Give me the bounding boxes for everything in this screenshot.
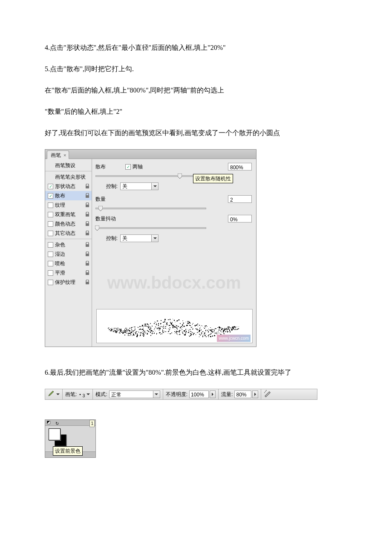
brush-size-preview[interactable]: • (79, 391, 81, 398)
scatter-input[interactable]: 800% (228, 163, 252, 171)
scatter-label: 散布 (95, 163, 125, 171)
checkbox-icon[interactable] (48, 231, 53, 236)
lock-icon[interactable] (85, 211, 90, 217)
sidebar-item-scatter[interactable]: ✓ 散布 (45, 191, 92, 200)
tab-brush[interactable]: 画笔 × (47, 150, 69, 159)
brush-size-value: 3 (83, 393, 85, 399)
sidebar-item-label: 颜色动态 (55, 220, 75, 228)
flow-input[interactable]: 80% (234, 390, 251, 398)
sidebar-item-preset[interactable]: 画笔预设 (45, 161, 92, 170)
sidebar-item-label: 杂色 (55, 241, 65, 249)
airbrush-icon[interactable] (264, 390, 271, 399)
both-axes-label: 两轴 (133, 163, 143, 171)
lock-icon[interactable] (85, 230, 90, 235)
jitter-input[interactable]: 0% (228, 215, 252, 223)
color-swatch-panel: ↻ 1 设置前景色 (45, 419, 96, 458)
sidebar-item-protect-texture[interactable]: 保护纹理 (45, 278, 92, 287)
lock-icon[interactable] (85, 260, 90, 266)
sidebar-item-noise[interactable]: 杂色 (45, 240, 92, 249)
brush-panel: 画笔 × 画笔预设 画笔笔尖形状 ✓ 形状动态 ✓ 散布 (45, 149, 257, 347)
jitter-control-dropdown[interactable]: 关 (120, 234, 159, 242)
foreground-color-swatch[interactable] (49, 428, 61, 440)
chevron-down-icon[interactable] (86, 393, 90, 397)
opacity-label: 不透明度: (166, 390, 187, 398)
mode-dropdown[interactable]: 正常 (109, 390, 160, 398)
control-label: 控制: (95, 234, 118, 242)
paragraph: 4.点击"形状动态",然后在"最小直径"后面的输入框,填上"20%" (45, 43, 347, 53)
checkbox-icon[interactable] (48, 212, 53, 217)
chevron-down-icon[interactable] (151, 183, 158, 190)
lock-icon[interactable] (85, 221, 90, 226)
lock-icon[interactable] (85, 202, 90, 207)
sidebar-item-label: 其它动态 (55, 229, 75, 237)
sidebar-item-label: 保护纹理 (55, 278, 75, 286)
chevron-down-icon[interactable] (153, 391, 160, 398)
sidebar-item-label: 双重画笔 (55, 211, 75, 218)
sidebar-item-wet-edges[interactable]: 湿边 (45, 249, 92, 259)
sidebar-item-dual-brush[interactable]: 双重画笔 (45, 210, 92, 219)
lock-icon[interactable] (85, 242, 90, 247)
paragraph: "数量"后的输入框,填上"2" (45, 107, 347, 117)
both-axes-checkbox[interactable]: ✓ (125, 164, 131, 170)
preview-watermark: www.jcwcn.com (217, 335, 251, 342)
checkbox-icon[interactable] (48, 270, 53, 276)
svg-rect-2 (86, 205, 89, 207)
checkbox-icon[interactable] (48, 261, 53, 266)
scatter-slider[interactable]: 设置散布随机性 (95, 175, 206, 177)
lock-icon[interactable] (85, 270, 90, 275)
brush-tool-icon[interactable] (48, 390, 55, 399)
lock-icon[interactable] (85, 193, 90, 198)
svg-rect-7 (86, 254, 89, 256)
checkbox-icon[interactable]: ✓ (48, 184, 53, 189)
sidebar-item-color-dynamics[interactable]: 颜色动态 (45, 219, 92, 228)
checkbox-icon[interactable] (48, 242, 53, 248)
lock-icon[interactable] (85, 279, 90, 284)
checkbox-icon[interactable] (48, 221, 53, 227)
sidebar-item-label: 形状动态 (55, 182, 75, 190)
panel-tabbar: 画笔 × (45, 150, 256, 159)
tab-label: 画笔 (51, 151, 61, 159)
sidebar-item-label: 平滑 (55, 269, 65, 277)
lock-icon[interactable] (85, 251, 90, 256)
paragraph: 在"散布"后面的输入框,填上"800%",同时把"两轴"前的勾选上 (45, 85, 347, 95)
close-icon[interactable]: × (63, 152, 66, 159)
brush-label: 画笔: (65, 390, 77, 398)
sidebar-item-texture[interactable]: 纹理 (45, 200, 92, 210)
slider-thumb-icon[interactable] (95, 225, 99, 230)
lock-icon[interactable] (85, 183, 90, 188)
tooltip: 设置散布随机性 (193, 174, 233, 183)
dropdown-value: 正常 (111, 392, 121, 398)
sidebar-item-tip[interactable]: 画笔笔尖形状 (45, 172, 92, 182)
svg-rect-5 (86, 233, 89, 235)
checkbox-icon[interactable]: ✓ (48, 193, 53, 199)
checkbox-icon[interactable] (48, 280, 53, 285)
sidebar-item-smoothing[interactable]: 平滑 (45, 268, 92, 278)
count-slider[interactable] (95, 208, 206, 209)
paragraph: 5.点击"散布",同时把它打上勾. (45, 64, 347, 74)
slider-thumb-icon[interactable] (98, 205, 103, 211)
jitter-slider[interactable] (95, 227, 206, 229)
opacity-input[interactable]: 100% (189, 390, 209, 398)
default-colors-icon[interactable] (47, 421, 50, 424)
chevron-down-icon[interactable] (151, 235, 158, 242)
control-label: 控制: (95, 182, 118, 190)
count-input[interactable]: 2 (228, 195, 252, 203)
svg-rect-3 (86, 214, 89, 217)
opacity-flyout-button[interactable] (210, 390, 216, 398)
brush-preview: www.jcwcn.com (96, 309, 253, 343)
dropdown-value: 关 (122, 234, 127, 242)
sidebar-item-airbrush[interactable]: 喷枪 (45, 259, 92, 268)
slider-thumb-icon[interactable] (178, 173, 182, 178)
control-dropdown[interactable]: 关 (120, 182, 159, 190)
sidebar-item-shape-dynamics[interactable]: ✓ 形状动态 (45, 182, 92, 191)
checkbox-icon[interactable] (48, 251, 53, 257)
sidebar-item-label: 湿边 (55, 250, 65, 258)
checkbox-icon[interactable] (48, 202, 53, 208)
svg-point-11 (265, 391, 266, 392)
jitter-label: 数量抖动 (95, 215, 125, 223)
chevron-down-icon[interactable] (56, 393, 60, 397)
flow-label: 流量: (221, 390, 233, 398)
flow-flyout-button[interactable] (252, 390, 258, 398)
sidebar-item-label: 纹理 (55, 201, 65, 209)
sidebar-item-other-dynamics[interactable]: 其它动态 (45, 228, 92, 238)
